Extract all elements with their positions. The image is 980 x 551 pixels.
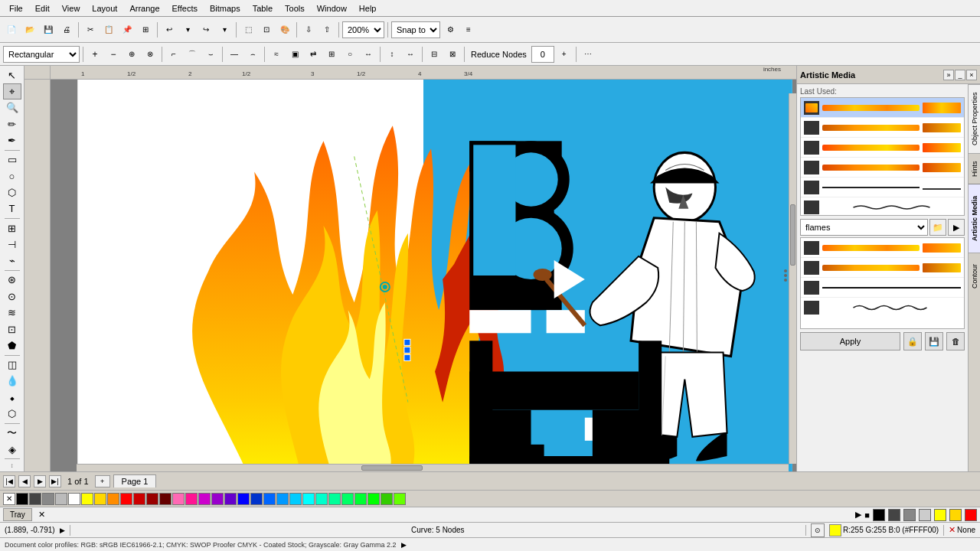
palette-hotpink[interactable] [172,493,185,505]
elastic-node-button[interactable]: ≈ [268,44,285,64]
tray-black-swatch[interactable] [873,509,885,521]
eyedrop-tool[interactable]: 💧 [3,373,21,389]
palette-green2[interactable] [354,493,367,505]
export-button[interactable]: ⇧ [318,20,335,40]
connector-tool[interactable]: ⌁ [3,253,21,269]
palette-cyan[interactable] [302,493,315,505]
palette-chartreuse[interactable] [381,493,393,505]
align-nodes-button[interactable]: ⊟ [426,44,443,64]
extrude-tool[interactable]: ⬟ [3,337,21,353]
envelope-tool[interactable]: ⊡ [3,321,21,337]
swatch-item[interactable] [801,138,964,158]
curve-segment-button[interactable]: ⌢ [244,44,261,64]
redo-dropdown[interactable]: ▾ [216,20,233,40]
interactive-fill-tool[interactable]: ◈ [3,442,21,457]
stop-button[interactable]: ■ [864,510,870,520]
category-select[interactable]: flames arrows painterly calligraphy [800,219,928,236]
canvas-content[interactable] [51,80,796,471]
apply-button[interactable]: Apply [800,332,900,350]
swatch-item[interactable] [801,298,964,318]
smooth-node-button[interactable]: ⌒ [184,44,201,64]
transparency-tool[interactable]: ◫ [3,357,21,372]
palette-lightgray[interactable] [55,493,67,505]
select-tool-button[interactable]: ⬚ [240,20,256,40]
palette-orange[interactable] [107,493,119,505]
panel-expand-button[interactable]: » [943,70,954,80]
add-node-button[interactable]: + [87,44,103,64]
redo-button[interactable]: ↪ [198,20,214,40]
menu-file[interactable]: File [3,2,29,15]
text-tool[interactable]: T [3,201,21,217]
palette-darkpurple[interactable] [224,493,237,505]
palette-deeppink[interactable] [185,493,198,505]
palette-gold[interactable] [94,493,106,505]
reduce-nodes-input[interactable]: 0 [531,46,554,63]
delete-swatch-button[interactable]: 🗑 [946,332,965,350]
swatch-item-selected[interactable] [801,98,964,118]
menu-bitmaps[interactable]: Bitmaps [204,2,247,15]
cut-button[interactable]: ✂ [82,20,99,40]
open-button[interactable]: 📂 [21,20,38,40]
swatch-item[interactable] [801,278,964,298]
menu-arrange[interactable]: Arrange [123,2,165,15]
line-segment-button[interactable]: — [226,44,243,64]
palette-yellow[interactable] [81,493,93,505]
last-page-button[interactable]: ▶| [49,475,61,487]
next-category-button[interactable]: ▶ [948,219,965,236]
color-mode-button[interactable]: ⊙ [811,523,825,537]
polygon-tool[interactable]: ⬡ [3,184,21,200]
palette-medblue[interactable] [250,493,263,505]
extract-sub-button[interactable]: ⊞ [323,44,340,64]
color-button[interactable]: 🎨 [276,20,293,40]
reverse-direction-button[interactable]: ⇄ [305,44,322,64]
palette-maroon[interactable] [146,493,158,505]
palette-yellowgreen[interactable] [394,493,406,505]
menu-effects[interactable]: Effects [166,2,204,15]
swatch-item[interactable] [801,238,964,258]
distort-tool[interactable]: ≋ [3,305,21,321]
node-options-button[interactable]: ⋯ [580,44,596,64]
no-fill-swatch[interactable]: ✕ [3,493,15,505]
snap-select[interactable]: Snap to [391,21,440,38]
reduce-nodes-apply-button[interactable]: + [556,44,573,64]
tray-close-button[interactable]: ✕ [35,510,48,520]
palette-black[interactable] [16,493,28,505]
tray-tab[interactable]: Tray [3,508,32,521]
menu-layout[interactable]: Layout [86,2,123,15]
swatch-item[interactable] [801,158,964,178]
blend-tool[interactable]: ⊛ [3,272,21,288]
palette-royalblue[interactable] [263,493,276,505]
browse-category-button[interactable]: 📁 [929,219,946,236]
palette-white[interactable] [68,493,80,505]
coords-expand-button[interactable]: ▶ [60,527,65,534]
tab-object-properties[interactable]: Object Properties [969,84,980,153]
menu-view[interactable]: View [56,2,87,15]
palette-green1[interactable] [341,493,354,505]
paste-special-button[interactable]: ⊞ [137,20,154,40]
ellipse-tool[interactable]: ○ [3,168,21,184]
tab-hints[interactable]: Hints [969,153,980,184]
page-tab-1[interactable]: Page 1 [113,474,157,487]
snap-settings-button[interactable]: ⚙ [442,20,459,40]
tray-red-swatch[interactable] [965,509,977,521]
zoom-tool[interactable]: 🔍 [3,100,21,116]
palette-purple[interactable] [211,493,224,505]
palette-darkred[interactable] [133,493,145,505]
extend-curve-button[interactable]: ↔ [360,44,377,64]
menu-edit[interactable]: Edit [29,2,56,15]
shape-select[interactable]: Rectangular Elliptical Custom [3,46,80,63]
tray-gold-swatch[interactable] [949,509,962,521]
save-button[interactable]: 💾 [40,20,57,40]
paste-button[interactable]: 📌 [119,20,136,40]
palette-gray[interactable] [42,493,54,505]
next-page-button[interactable]: ▶ [34,475,46,487]
play-button[interactable]: ▶ [855,510,861,520]
artistic-media-tool[interactable]: 〜 [3,425,21,441]
palette-blue[interactable] [237,493,250,505]
print-button[interactable]: 🖨 [58,20,75,40]
fill-tool[interactable]: ⬥ [3,390,21,405]
palette-dodgerblue[interactable] [276,493,289,505]
palette-magenta[interactable] [198,493,211,505]
undo-dropdown[interactable]: ▾ [179,20,196,40]
menu-help[interactable]: Help [353,2,383,15]
